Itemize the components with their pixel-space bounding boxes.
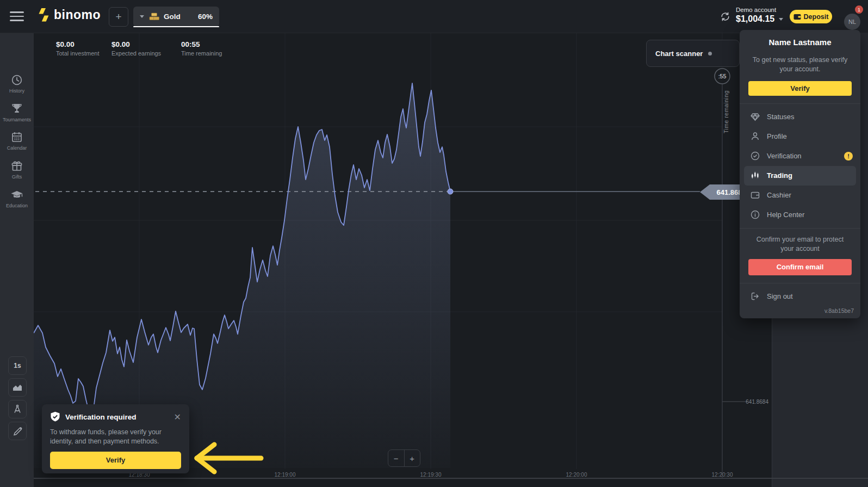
wallet-icon bbox=[793, 14, 801, 20]
pointer-arrow-icon bbox=[190, 439, 265, 478]
alert-badge: ! bbox=[844, 152, 853, 161]
menu-item-label: Help Center bbox=[767, 211, 804, 219]
account-menu: Name Lastname To get new status, please … bbox=[740, 30, 860, 318]
drawing-tools-button[interactable] bbox=[8, 422, 27, 440]
divider bbox=[740, 228, 860, 229]
asset-tab-gold[interactable]: Gold 60% bbox=[133, 7, 219, 27]
sidebar-item-calendar[interactable]: Calendar bbox=[0, 131, 34, 158]
menu-item-statuses[interactable]: Statuses bbox=[740, 107, 860, 127]
svg-text:12:20:30: 12:20:30 bbox=[712, 472, 733, 478]
gift-icon bbox=[10, 159, 23, 172]
compass-icon bbox=[13, 404, 22, 414]
indicators-button[interactable] bbox=[8, 400, 27, 418]
shield-check-icon bbox=[50, 411, 60, 423]
menu-item-trading[interactable]: Trading bbox=[744, 166, 856, 186]
add-asset-button[interactable]: + bbox=[109, 7, 128, 27]
menu-item-label: Trading bbox=[767, 171, 792, 180]
notification-badge: 1 bbox=[854, 4, 864, 15]
svg-text:12:20:00: 12:20:00 bbox=[566, 472, 587, 478]
chart-type-button[interactable] bbox=[8, 378, 27, 397]
stat-value: $0.00 bbox=[56, 40, 99, 48]
popup-title: Verification required bbox=[65, 413, 137, 421]
chart-scrollbar[interactable] bbox=[34, 478, 868, 479]
stat-total-investment: $0.00 Total investment bbox=[56, 40, 99, 57]
menu-item-verification[interactable]: Verification ! bbox=[740, 146, 860, 166]
menu-button[interactable] bbox=[10, 11, 24, 21]
pencil-icon bbox=[13, 427, 22, 436]
menu-item-label: Statuses bbox=[767, 113, 795, 121]
top-bar: binomo + Gold 60% Demo account $1,004.15 bbox=[0, 0, 868, 33]
account-switcher[interactable]: Demo account $1,004.15 bbox=[736, 7, 776, 24]
account-menu-subtitle: To get new status, please verify your ac… bbox=[752, 56, 848, 74]
binomo-logo[interactable]: binomo bbox=[38, 8, 101, 22]
deposit-button[interactable]: Deposit bbox=[790, 10, 832, 23]
menu-item-profile[interactable]: Profile bbox=[740, 127, 860, 146]
menu-item-label: Verification bbox=[767, 152, 802, 160]
chart-zoom-controls: − + bbox=[388, 449, 420, 467]
left-sidebar: History Tournaments Calendar Gifts bbox=[0, 33, 34, 487]
current-price-tag-value: 641.868 bbox=[717, 188, 742, 196]
sign-out-button[interactable]: Sign out bbox=[740, 287, 860, 306]
sidebar-item-education[interactable]: Education bbox=[0, 188, 34, 215]
stat-value: $0.00 bbox=[111, 40, 161, 48]
logo-text: binomo bbox=[54, 8, 101, 22]
gem-icon bbox=[751, 112, 760, 121]
svg-text:12:19:00: 12:19:00 bbox=[275, 472, 296, 478]
close-icon[interactable]: ✕ bbox=[174, 413, 181, 422]
sidebar-item-history[interactable]: History bbox=[0, 73, 34, 101]
deposit-label: Deposit bbox=[804, 13, 829, 21]
person-icon bbox=[751, 132, 760, 141]
check-circle-icon bbox=[751, 151, 760, 161]
verification-popup: Verification required ✕ To withdraw fund… bbox=[42, 404, 189, 473]
stat-label: Expected earnings bbox=[111, 50, 161, 57]
asset-name: Gold bbox=[164, 13, 181, 21]
status-dot-icon bbox=[708, 52, 712, 56]
chart-scanner-button[interactable]: Chart scanner bbox=[646, 40, 740, 67]
stat-label: Total investment bbox=[56, 50, 99, 57]
current-price-dot bbox=[448, 189, 453, 194]
popup-verify-button[interactable]: Verify bbox=[50, 452, 181, 469]
menu-item-help-center[interactable]: Help Center bbox=[740, 205, 860, 225]
interval-button[interactable]: 1s bbox=[8, 356, 27, 375]
svg-text:12:19:30: 12:19:30 bbox=[420, 472, 442, 478]
stat-value: 00:55 bbox=[181, 40, 222, 48]
zoom-in-button[interactable]: + bbox=[405, 450, 420, 466]
refresh-icon[interactable] bbox=[720, 11, 730, 24]
sign-out-icon bbox=[751, 292, 760, 301]
account-balance: $1,004.15 bbox=[736, 14, 776, 24]
avatar[interactable]: NL bbox=[844, 14, 860, 30]
confirm-email-note: Confirm your email to protect your accou… bbox=[751, 235, 850, 254]
account-menu-title: Name Lastname bbox=[740, 38, 860, 47]
time-remaining-axis-label: Time remaining bbox=[723, 90, 729, 133]
verify-button[interactable]: Verify bbox=[748, 81, 852, 96]
divider bbox=[740, 283, 860, 283]
sidebar-item-label: Calendar bbox=[7, 145, 27, 151]
sidebar-item-tournaments[interactable]: Tournaments bbox=[0, 102, 34, 130]
sidebar-item-gifts[interactable]: Gifts bbox=[0, 159, 34, 187]
area-chart-icon bbox=[13, 384, 22, 391]
app-version: v.8ab15be7 bbox=[746, 307, 854, 314]
popup-body: To withdraw funds, please verify your id… bbox=[50, 428, 181, 446]
menu-item-label: Cashier bbox=[767, 191, 791, 199]
candlestick-chart-icon bbox=[751, 171, 760, 180]
wallet-icon bbox=[751, 190, 760, 200]
sidebar-item-label: Gifts bbox=[12, 174, 22, 180]
asset-payout: 60% bbox=[198, 13, 213, 21]
trophy-icon bbox=[10, 102, 23, 115]
chart-scanner-label: Chart scanner bbox=[655, 50, 703, 58]
menu-item-label: Profile bbox=[767, 132, 787, 140]
stat-expected-earnings: $0.00 Expected earnings bbox=[111, 40, 161, 57]
svg-text:641.8684: 641.8684 bbox=[746, 399, 768, 405]
account-type: Demo account bbox=[736, 7, 776, 13]
chevron-down-icon bbox=[140, 15, 144, 18]
chevron-down-icon[interactable] bbox=[779, 18, 783, 21]
calendar-icon bbox=[10, 131, 23, 144]
graduation-cap-icon bbox=[10, 188, 24, 201]
zoom-out-button[interactable]: − bbox=[388, 450, 405, 466]
binomo-logo-icon bbox=[38, 8, 49, 22]
menu-item-cashier[interactable]: Cashier bbox=[740, 186, 860, 205]
clock-icon bbox=[10, 73, 23, 87]
sidebar-item-label: History bbox=[9, 88, 24, 94]
sign-out-label: Sign out bbox=[767, 292, 793, 300]
confirm-email-button[interactable]: Confirm email bbox=[748, 259, 852, 275]
